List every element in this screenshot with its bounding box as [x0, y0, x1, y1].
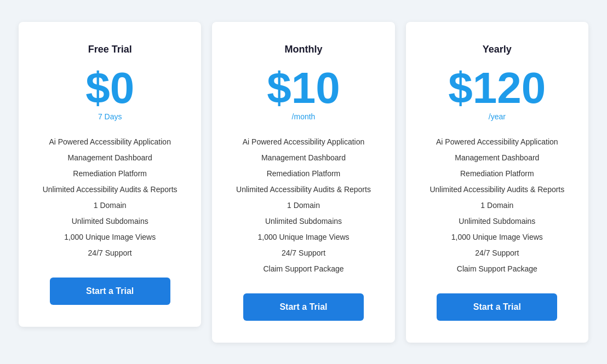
- feature-item: Management Dashboard: [228, 150, 378, 166]
- plan-price-yearly: $120: [422, 66, 572, 110]
- cta-button-yearly[interactable]: Start a Trial: [437, 293, 557, 321]
- feature-item: 1 Domain: [422, 198, 572, 213]
- pricing-container: Free Trial$07 DaysAi Powered Accessibili…: [13, 22, 594, 343]
- feature-item: Unlimited Subdomains: [228, 213, 378, 229]
- plan-period-yearly: /year: [422, 112, 572, 121]
- features-list-monthly: Ai Powered Accessibility ApplicationMana…: [228, 134, 378, 277]
- feature-item: 24/7 Support: [35, 245, 185, 261]
- plan-period-free: 7 Days: [35, 112, 185, 121]
- pricing-card-monthly: Monthly$10/monthAi Powered Accessibility…: [212, 22, 394, 343]
- feature-item: Ai Powered Accessibility Application: [35, 134, 185, 150]
- feature-item: Management Dashboard: [35, 150, 185, 166]
- feature-item: 24/7 Support: [422, 245, 572, 261]
- plan-period-monthly: /month: [228, 112, 378, 121]
- cta-button-free[interactable]: Start a Trial: [50, 278, 170, 305]
- feature-item: Unlimited Accessibility Audits & Reports: [422, 182, 572, 198]
- feature-item: 24/7 Support: [228, 245, 378, 261]
- features-list-free: Ai Powered Accessibility ApplicationMana…: [35, 134, 185, 261]
- feature-item: Ai Powered Accessibility Application: [422, 134, 572, 150]
- plan-title-yearly: Yearly: [422, 44, 572, 55]
- feature-item: 1,000 Unique Image Views: [422, 229, 572, 245]
- features-list-yearly: Ai Powered Accessibility ApplicationMana…: [422, 134, 572, 277]
- plan-title-free: Free Trial: [35, 44, 185, 55]
- feature-item: 1,000 Unique Image Views: [35, 229, 185, 245]
- feature-item: Remediation Platform: [422, 166, 572, 182]
- feature-item: Claim Support Package: [422, 261, 572, 277]
- feature-item: Unlimited Subdomains: [422, 213, 572, 229]
- plan-title-monthly: Monthly: [228, 44, 378, 55]
- feature-item: Unlimited Accessibility Audits & Reports: [228, 182, 378, 198]
- pricing-card-free: Free Trial$07 DaysAi Powered Accessibili…: [19, 22, 201, 327]
- feature-item: Remediation Platform: [228, 166, 378, 182]
- feature-item: Ai Powered Accessibility Application: [228, 134, 378, 150]
- pricing-card-yearly: Yearly$120/yearAi Powered Accessibility …: [406, 22, 588, 343]
- feature-item: Unlimited Subdomains: [35, 213, 185, 229]
- feature-item: 1 Domain: [228, 198, 378, 213]
- feature-item: 1,000 Unique Image Views: [228, 229, 378, 245]
- feature-item: Management Dashboard: [422, 150, 572, 166]
- cta-button-monthly[interactable]: Start a Trial: [243, 293, 364, 321]
- plan-price-monthly: $10: [228, 66, 378, 110]
- plan-price-free: $0: [35, 66, 185, 110]
- feature-item: Remediation Platform: [35, 166, 185, 182]
- feature-item: 1 Domain: [35, 198, 185, 213]
- feature-item: Claim Support Package: [228, 261, 378, 277]
- feature-item: Unlimited Accessibility Audits & Reports: [35, 182, 185, 198]
